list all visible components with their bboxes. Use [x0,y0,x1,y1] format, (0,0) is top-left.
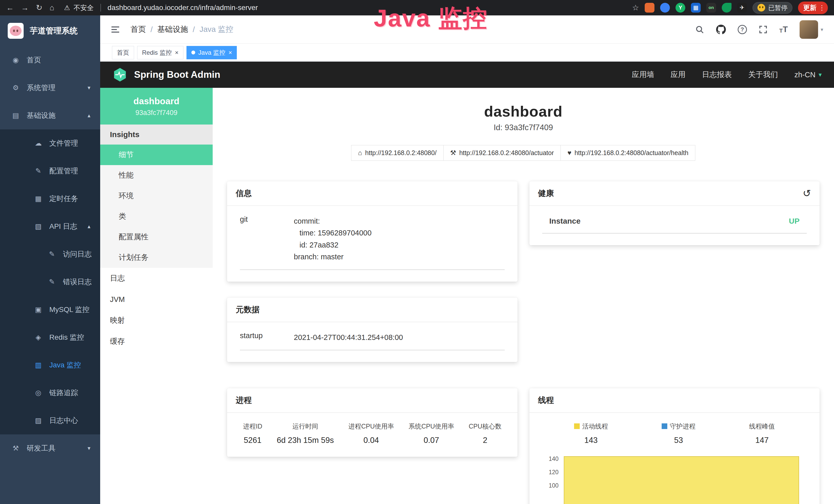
stat-label: 系统CPU使用率 [409,422,454,431]
close-icon[interactable]: × [175,49,178,56]
health-url-link[interactable]: ♥ http://192.168.0.2:48080/actuator/heal… [561,145,695,161]
sidebar-item-label: API 日志 [49,222,77,231]
tab-redis-monitor[interactable]: Redis 监控 × [137,46,183,59]
sidebar-item-label: 错误日志 [63,277,92,287]
bookmark-star-icon[interactable]: ☆ [632,4,639,12]
github-icon[interactable] [716,25,726,35]
extension-pin-icon[interactable] [660,3,670,13]
screen: ← → ↻ ⌂ ⚠ 不安全 dashboard.yudao.iocoder.cn… [0,0,834,504]
legend-label: 守护进程 [670,422,696,431]
sidebar-item-log-center[interactable]: ▨ 日志中心 [0,407,100,434]
sidebar-item-home[interactable]: ◉ 首页 [0,46,100,74]
annotation-java-monitor: Java 监控 [374,2,488,35]
y-tick: 120 [542,468,559,476]
git-value: commit: time: 1596289704000 id: 27aa832 … [294,215,505,263]
sidebar-item-label: 系统管理 [27,83,56,93]
fullscreen-icon[interactable] [759,25,767,34]
startup-value: 2021-04-27T00:44:31.254+08:00 [294,331,505,343]
git-row: git commit: time: 1596289704000 id: 27aa… [240,215,505,270]
sidebar-item-api-log[interactable]: ▧ API 日志 ▴ [0,212,100,240]
sba-nav-applications[interactable]: 应用 [671,70,685,80]
sba-item-environment[interactable]: 环境 [100,186,213,206]
font-size-big-t: T [783,25,788,34]
sba-title: Spring Boot Admin [134,69,220,80]
paused-badge[interactable]: 已暂停 [752,2,792,14]
instance-url-link[interactable]: ⌂ http://192.168.0.2:48080/ [351,145,444,161]
sba-nav-journal[interactable]: 日志报表 [702,70,732,80]
back-icon[interactable]: ← [6,4,14,12]
update-button[interactable]: 更新 ⋮ [798,2,828,14]
breadcrumb-infrastructure[interactable]: 基础设施 [157,24,188,35]
forward-icon[interactable]: → [21,4,29,12]
sba-nav-about[interactable]: 关于我们 [748,70,778,80]
chevron-down-icon: ▾ [821,26,823,32]
sidebar-item-access-log[interactable]: ✎ 访问日志 [0,240,100,268]
tab-java-monitor[interactable]: Java 监控 × [186,46,237,59]
legend-swatch-yellow [574,423,580,429]
url-text[interactable]: dashboard.yudao.iocoder.cn/infra/admin-s… [108,4,258,12]
extension-plane-icon[interactable]: ✈ [737,3,747,13]
close-icon[interactable]: × [228,49,232,56]
sidebar-item-config-manage[interactable]: ✎ 配置管理 [0,157,100,185]
search-icon[interactable] [695,25,704,34]
font-size-icon[interactable]: TT [779,25,788,34]
sba-item-mappings[interactable]: 映射 [100,310,213,331]
sidebar-item-trace[interactable]: ◎ 链路追踪 [0,379,100,407]
emoji-face-icon [758,4,765,12]
sidebar-item-redis-monitor[interactable]: ◈ Redis 监控 [0,323,100,351]
security-label[interactable]: 不安全 [74,3,94,12]
locale-select[interactable]: zh-CN ▾ [794,71,822,79]
sba-app-header[interactable]: dashboard 93a3fc7f7409 [100,88,213,124]
actuator-url-link[interactable]: ⚒ http://192.168.0.2:48080/actuator [443,145,561,161]
extension-fox-icon[interactable] [645,3,655,13]
breadcrumb-home[interactable]: 首页 [130,24,146,35]
hamburger-icon[interactable] [111,25,121,34]
extension-leaf-icon[interactable] [722,3,731,13]
sba-nav-wall[interactable]: 应用墙 [632,70,654,80]
sba-header: Spring Boot Admin 应用墙 应用 日志报表 关于我们 zh-CN… [100,62,834,88]
extension-grid-icon[interactable]: ▦ [691,3,701,13]
active-dot [191,51,195,54]
threads-legend: 活动线程 143 守护进程 [542,422,807,445]
avatar[interactable] [799,20,818,39]
sidebar-item-infrastructure[interactable]: ▤ 基础设施 ▴ [0,102,100,130]
sba-item-scheduled-tasks[interactable]: 计划任务 [100,247,213,268]
address-divider [101,4,101,12]
card-title: 进程 [236,395,252,406]
tools-icon: ⚒ [11,444,20,452]
sba-item-classes[interactable]: 类 [100,206,213,227]
sidebar-item-java-monitor[interactable]: ▥ Java 监控 [0,351,100,379]
tab-home[interactable]: 首页 [112,46,134,59]
sidebar-item-error-log[interactable]: ✎ 错误日志 [0,268,100,296]
sba-item-metrics[interactable]: 性能 [100,165,213,186]
schedule-icon: ▦ [34,194,43,203]
access-log-icon: ✎ [47,250,56,258]
extension-on-icon[interactable]: on [706,3,716,13]
address-bar[interactable]: ⚠ 不安全 dashboard.yudao.iocoder.cn/infra/a… [64,3,258,12]
sidebar-item-system[interactable]: ⚙ 系统管理 ▾ [0,74,100,102]
history-icon[interactable]: ↺ [803,188,811,198]
reload-icon[interactable]: ↻ [36,4,42,12]
help-icon[interactable]: ? [738,25,747,34]
sba-item-caches[interactable]: 缓存 [100,331,213,352]
user-avatar[interactable]: ▾ [799,20,823,39]
card-title: 健康 [538,188,554,199]
sidebar-item-mysql-monitor[interactable]: ▣ MySQL 监控 [0,296,100,323]
sidebar-item-dev-tools[interactable]: ⚒ 研发工具 ▾ [0,434,100,462]
sba-item-jvm[interactable]: JVM [100,289,213,310]
stat-value: 5261 [243,436,262,445]
legend-label: 线程峰值 [749,422,775,431]
sba-item-details[interactable]: 细节 [100,144,213,165]
extension-green-icon[interactable]: Y [676,3,685,13]
api-log-icon: ▧ [34,222,43,231]
sba-item-logs[interactable]: 日志 [100,268,213,289]
page-title: dashboard [227,103,820,120]
browser-menu-icon[interactable]: ⋮ [818,4,825,12]
sidebar-item-schedule-job[interactable]: ▦ 定时任务 [0,185,100,212]
sidebar-item-file-manage[interactable]: ☁ 文件管理 [0,130,100,157]
heartbeat-icon: ♥ [567,149,571,157]
instance-links: ⌂ http://192.168.0.2:48080/ ⚒ http://192… [227,145,820,161]
card-title: 线程 [538,395,554,406]
home-icon[interactable]: ⌂ [49,4,54,12]
sba-item-config-props[interactable]: 配置属性 [100,227,213,247]
